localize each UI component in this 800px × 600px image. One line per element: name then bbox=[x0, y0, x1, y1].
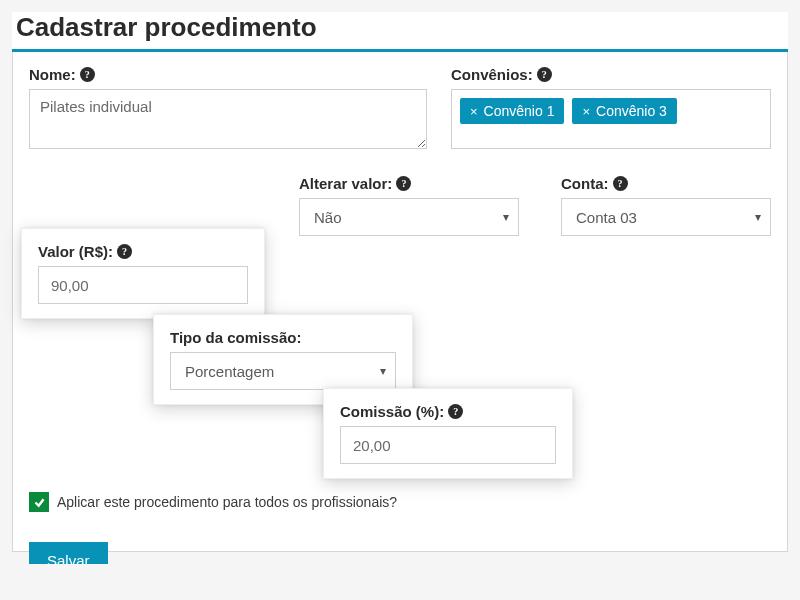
convenios-label: Convênios: ? bbox=[451, 66, 771, 83]
convenios-box[interactable]: × Convênio 1 × Convênio 3 bbox=[451, 89, 771, 149]
nome-field-group: Nome: ? Pilates individual bbox=[29, 66, 427, 153]
convenio-chip[interactable]: × Convênio 3 bbox=[572, 98, 676, 124]
nome-label: Nome: ? bbox=[29, 66, 427, 83]
page-title: Cadastrar procedimento bbox=[12, 12, 788, 43]
comissao-card: Comissão (%): ? bbox=[323, 388, 573, 479]
nome-input[interactable]: Pilates individual bbox=[29, 89, 427, 149]
register-procedure-panel: Cadastrar procedimento Nome: ? Pilates i… bbox=[12, 12, 788, 552]
help-icon[interactable]: ? bbox=[537, 67, 552, 82]
convenio-chip[interactable]: × Convênio 1 bbox=[460, 98, 564, 124]
tipo-comissao-label: Tipo da comissão: bbox=[170, 329, 396, 346]
check-icon bbox=[33, 496, 46, 509]
conta-select[interactable]: Conta 03 bbox=[561, 198, 771, 236]
tipo-comissao-select[interactable]: Porcentagem bbox=[170, 352, 396, 390]
help-icon[interactable]: ? bbox=[396, 176, 411, 191]
valor-card: Valor (R$): ? bbox=[21, 228, 265, 319]
convenio-chip-label: Convênio 1 bbox=[484, 103, 555, 119]
apply-all-checkbox[interactable] bbox=[29, 492, 49, 512]
alterar-field-group: Alterar valor: ? Não bbox=[299, 175, 519, 236]
comissao-input[interactable] bbox=[340, 426, 556, 464]
remove-icon[interactable]: × bbox=[582, 104, 590, 119]
valor-label: Valor (R$): ? bbox=[38, 243, 248, 260]
conta-field-group: Conta: ? Conta 03 bbox=[561, 175, 771, 236]
alterar-select[interactable]: Não bbox=[299, 198, 519, 236]
remove-icon[interactable]: × bbox=[470, 104, 478, 119]
alterar-label: Alterar valor: ? bbox=[299, 175, 519, 192]
apply-all-label: Aplicar este procedimento para todos os … bbox=[57, 494, 397, 510]
comissao-label: Comissão (%): ? bbox=[340, 403, 556, 420]
valor-input[interactable] bbox=[38, 266, 248, 304]
help-icon[interactable]: ? bbox=[80, 67, 95, 82]
save-button[interactable]: Salvar bbox=[29, 542, 108, 564]
convenios-field-group: Convênios: ? × Convênio 1 × Convênio 3 bbox=[451, 66, 771, 153]
apply-all-row: Aplicar este procedimento para todos os … bbox=[29, 492, 397, 512]
convenio-chip-label: Convênio 3 bbox=[596, 103, 667, 119]
form-body: Nome: ? Pilates individual Convênios: ? … bbox=[12, 52, 788, 552]
help-icon[interactable]: ? bbox=[448, 404, 463, 419]
help-icon[interactable]: ? bbox=[117, 244, 132, 259]
help-icon[interactable]: ? bbox=[613, 176, 628, 191]
conta-label: Conta: ? bbox=[561, 175, 771, 192]
